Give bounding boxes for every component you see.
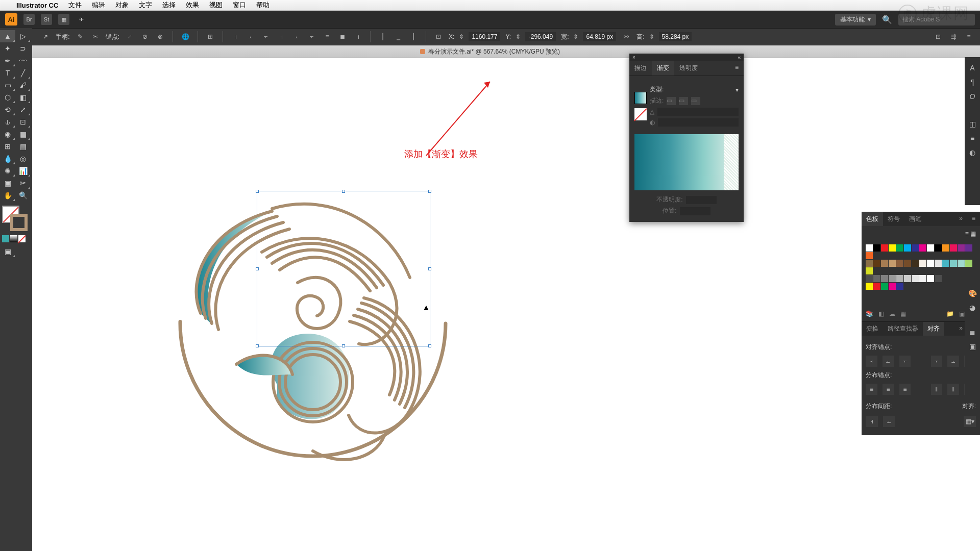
menu-window[interactable]: 窗口 [233, 1, 246, 10]
selection-bounding-box[interactable] [257, 191, 430, 346]
swatch-color[interactable] [866, 267, 873, 274]
isolate-v-icon[interactable]: ⎮ [378, 32, 388, 42]
swatch-color[interactable] [958, 244, 965, 252]
swatch-color[interactable] [919, 275, 926, 282]
tab-align[interactable]: 对齐 [923, 322, 944, 336]
align-right-icon[interactable]: ⫟ [261, 32, 271, 42]
swatch-color[interactable] [942, 244, 949, 252]
swatch-color[interactable] [873, 275, 880, 282]
bridge-icon[interactable]: Br [23, 14, 35, 25]
align-bottom-icon[interactable]: ⫟ [307, 32, 317, 42]
swatch-color[interactable] [896, 260, 903, 267]
app-name[interactable]: Illustrator CC [16, 2, 58, 9]
selection-tool[interactable]: ▲ [0, 30, 15, 42]
width-tool[interactable]: ⫝ [0, 116, 15, 128]
link-wh-icon[interactable]: ⚯ [621, 32, 631, 42]
swatch-color[interactable] [889, 260, 896, 267]
dist-vcenter-btn[interactable]: ≡ [883, 384, 894, 395]
swatch-color[interactable] [881, 275, 888, 282]
swatch-color[interactable] [965, 244, 972, 252]
direct-selection-tool[interactable]: ▷ [15, 30, 31, 42]
swatch-color[interactable] [896, 275, 903, 282]
swatch-color[interactable] [866, 260, 873, 267]
convert-smooth-icon[interactable]: ↗ [40, 32, 51, 42]
panel-menu-icon[interactable]: ≡ [967, 212, 980, 226]
list-view-icon[interactable]: ≡ [965, 230, 969, 237]
dist-v-icon[interactable]: ≣ [337, 32, 348, 42]
swatch-color[interactable] [896, 283, 903, 290]
align-vcenter-icon[interactable]: ⫠ [291, 32, 302, 42]
screen-mode-tool[interactable]: ▣ [0, 245, 15, 258]
rotate-tool[interactable]: ⟲ [0, 104, 15, 116]
blend-tool[interactable]: ◎ [15, 153, 31, 165]
dist-top-btn[interactable]: ≡ [866, 384, 877, 395]
handle-cut-icon[interactable]: ✂ [90, 32, 101, 42]
align-top-icon[interactable]: ⫞ [276, 32, 286, 42]
swatch-row[interactable] [866, 244, 976, 259]
isolate-h-icon[interactable]: ⎯ [393, 32, 403, 42]
dist-left-btn[interactable]: ⦀ [931, 384, 943, 395]
zoom-tool[interactable]: 🔍 [15, 189, 31, 202]
canvas[interactable]: ▲ [32, 58, 980, 551]
swatch-color[interactable] [904, 260, 911, 267]
artboard-tool[interactable]: ▣ [0, 177, 15, 189]
workspace-dropdown[interactable]: 基本功能▾ [835, 14, 876, 26]
swatch-group-icon[interactable]: ▦ [900, 310, 906, 317]
h-link-icon[interactable]: ⇕ [647, 32, 657, 42]
tab-symbols[interactable]: 符号 [883, 212, 904, 226]
dist-hspace-btn[interactable]: ⫠ [883, 416, 895, 427]
more-icon[interactable]: ≡ [964, 32, 974, 42]
swatch-color[interactable] [942, 260, 949, 267]
swatch-kind-icon[interactable]: ◧ [878, 310, 884, 317]
perspective-tool[interactable]: ▦ [15, 128, 31, 140]
swatch-color[interactable] [881, 260, 888, 267]
cut-path-icon[interactable]: ⊗ [155, 32, 165, 42]
tab-swatches[interactable]: 色板 [862, 212, 883, 226]
align-left-icon[interactable]: ⫞ [230, 32, 240, 42]
swatch-color[interactable] [950, 260, 957, 267]
swatch-color[interactable] [881, 283, 888, 290]
gradient-tool[interactable]: ▤ [15, 140, 31, 153]
globe-icon[interactable]: 🌐 [180, 32, 190, 42]
swatch-color[interactable] [927, 260, 934, 267]
handle-icon[interactable]: ✎ [75, 32, 85, 42]
w-link-icon[interactable]: ⇕ [571, 32, 581, 42]
expand-icon[interactable]: » [954, 212, 967, 226]
swatch-color[interactable] [912, 244, 919, 252]
swatch-color[interactable] [881, 244, 888, 252]
arrange-icon[interactable]: ▦ [58, 14, 69, 25]
gradient-fill-swatch[interactable] [634, 92, 647, 104]
swatch-color[interactable] [927, 244, 934, 252]
free-transform-tool[interactable]: ⊡ [15, 116, 31, 128]
menu-edit[interactable]: 编辑 [92, 1, 105, 10]
tab-stroke[interactable]: 描边 [629, 61, 652, 76]
align-icon[interactable]: ≡ [967, 133, 978, 144]
hand-tool[interactable]: ✋ [0, 189, 15, 202]
swatch-row[interactable] [866, 283, 976, 290]
color-guide-icon[interactable]: ◕ [967, 302, 978, 313]
swatch-row[interactable] [866, 275, 976, 282]
shape-builder-tool[interactable]: ◉ [0, 128, 15, 140]
swatch-color[interactable] [958, 260, 965, 267]
swatch-options-icon[interactable]: ☁ [889, 310, 895, 317]
isolate-icon[interactable]: ⊡ [933, 32, 943, 42]
swatch-color[interactable] [889, 244, 896, 252]
align-top-btn[interactable]: ⫟ [931, 356, 943, 367]
y-value[interactable]: -296.049 [525, 32, 556, 41]
lasso-tool[interactable]: ⊃ [15, 42, 31, 55]
swatch-color[interactable] [873, 260, 880, 267]
shaper-tool[interactable]: ⬡ [0, 91, 15, 104]
menu-help[interactable]: 帮助 [256, 1, 270, 10]
menu-view[interactable]: 视图 [209, 1, 223, 10]
mesh-tool[interactable]: ⊞ [0, 140, 15, 153]
swatch-color[interactable] [935, 260, 942, 267]
swatch-color[interactable] [866, 275, 873, 282]
close-icon[interactable]: × [632, 55, 635, 60]
grid-view-icon[interactable]: ▦ [970, 230, 976, 237]
swatch-lib-icon[interactable]: 📚 [866, 310, 873, 317]
new-folder-icon[interactable]: 📁 [946, 310, 954, 317]
panel-menu-icon[interactable]: ≡ [730, 61, 744, 76]
curvature-tool[interactable]: 〰 [15, 55, 31, 67]
eraser-tool[interactable]: ◧ [15, 91, 31, 104]
magic-wand-tool[interactable]: ✦ [0, 42, 15, 55]
